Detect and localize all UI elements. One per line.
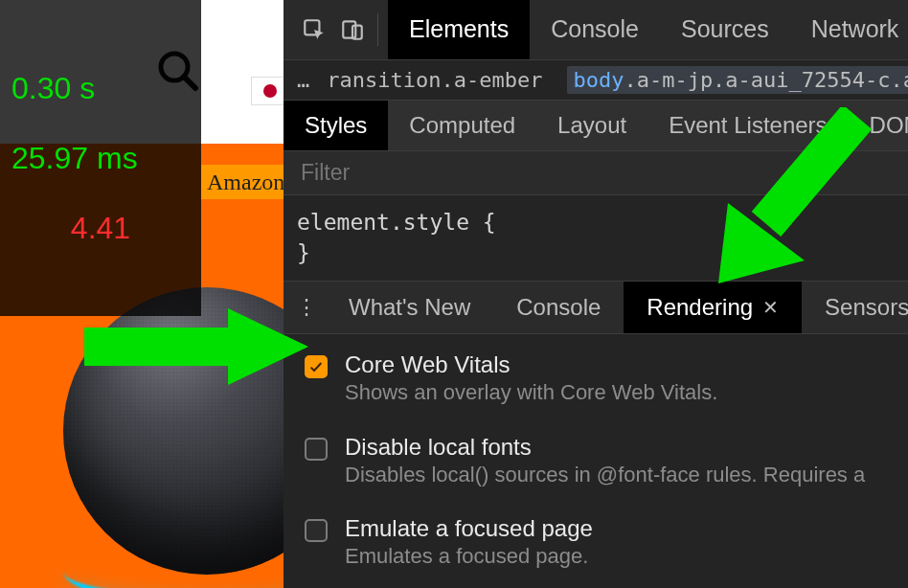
subtab-styles[interactable]: Styles xyxy=(284,101,388,150)
breadcrumb-node-1[interactable]: ransition.a-ember xyxy=(327,68,542,92)
drawer-tabbar: ⋮ What's New Console Rendering ✕ Sensors xyxy=(284,282,908,334)
drawer-tab-console[interactable]: Console xyxy=(493,282,624,333)
option-desc: Shows an overlay with Core Web Vitals. xyxy=(345,378,717,407)
close-icon[interactable]: ✕ xyxy=(762,296,779,319)
option-title: Disable local fonts xyxy=(345,434,865,461)
checkbox-core-web-vitals[interactable] xyxy=(305,355,328,378)
element-style-block[interactable]: element.style { } xyxy=(284,195,908,281)
tab-console[interactable]: Console xyxy=(530,0,660,59)
rendering-option: Disable local fonts Disables local() sou… xyxy=(305,434,908,489)
echo-light-ring xyxy=(63,538,284,588)
tab-sources[interactable]: Sources xyxy=(660,0,790,59)
devtools-top-tabbar: Elements Console Sources Network xyxy=(284,0,908,60)
japan-flag-icon xyxy=(251,77,284,105)
styles-filter-row xyxy=(284,151,908,195)
tab-elements[interactable]: Elements xyxy=(388,0,530,59)
subtab-layout[interactable]: Layout xyxy=(536,101,647,150)
amazon-logo: Amazon xyxy=(201,165,284,199)
drawer-more-icon[interactable]: ⋮ xyxy=(287,295,326,320)
web-vitals-overlay: 0.30 s 25.97 ms 4.41 xyxy=(0,0,201,316)
code-line: } xyxy=(297,237,908,268)
code-line: element.style { xyxy=(297,207,908,237)
option-title: Core Web Vitals xyxy=(345,351,717,378)
dom-breadcrumb[interactable]: … ransition.a-ember body.a-m-jp.a-aui_72… xyxy=(284,60,908,101)
rendering-panel: Core Web Vitals Shows an overlay with Co… xyxy=(284,334,908,588)
option-desc: Emulates a focused page. xyxy=(345,542,593,571)
device-toolbar-icon[interactable] xyxy=(333,11,372,49)
tab-network[interactable]: Network xyxy=(790,0,908,59)
echo-device-image xyxy=(63,287,284,575)
drawer-tab-rendering[interactable]: Rendering ✕ xyxy=(624,282,802,333)
subtab-computed[interactable]: Computed xyxy=(388,101,536,150)
page-preview: Amazon 0.30 s 25.97 ms 4.41 xyxy=(0,0,284,588)
rendering-option: Emulate a focused page Emulates a focuse… xyxy=(305,515,908,571)
vital-metric-2: 25.97 ms xyxy=(11,142,190,175)
svg-rect-3 xyxy=(343,21,355,37)
breadcrumb-node-2[interactable]: body.a-m-jp.a-aui_72554-c.a-aui_m xyxy=(567,66,908,94)
checkbox-emulate-focused-page[interactable] xyxy=(305,519,328,542)
inspect-element-icon[interactable] xyxy=(295,11,333,49)
devtools-panel: Elements Console Sources Network … ransi… xyxy=(284,0,908,588)
styles-filter-input[interactable] xyxy=(301,160,908,186)
checkbox-disable-local-fonts[interactable] xyxy=(305,438,328,461)
drawer-tab-whatsnew[interactable]: What's New xyxy=(326,282,493,333)
subtab-event-listeners[interactable]: Event Listeners xyxy=(647,101,848,150)
vital-metric-1: 0.30 s xyxy=(11,72,190,105)
drawer-tab-sensors[interactable]: Sensors xyxy=(802,282,908,333)
rendering-option: Core Web Vitals Shows an overlay with Co… xyxy=(305,351,908,407)
toolbar-divider xyxy=(377,13,378,46)
styles-subtabs: Styles Computed Layout Event Listeners D… xyxy=(284,101,908,151)
vital-metric-3: 4.41 xyxy=(11,212,190,245)
breadcrumb-ellipsis[interactable]: … xyxy=(297,68,309,92)
option-desc: Disables local() sources in @font-face r… xyxy=(345,461,865,489)
subtab-dom[interactable]: DOM xyxy=(849,101,908,150)
option-title: Emulate a focused page xyxy=(345,515,593,542)
